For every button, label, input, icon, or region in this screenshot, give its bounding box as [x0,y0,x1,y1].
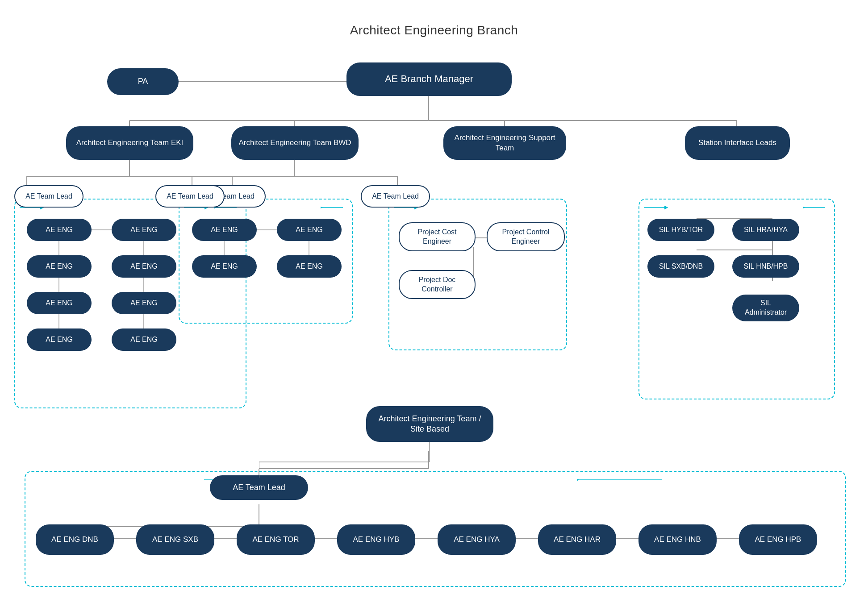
ae-eng-hpb: AE ENG HPB [739,524,817,555]
team-bwd-node: Architect Engineering Team BWD [231,126,359,160]
eki-eng-5: AE ENG [27,292,92,314]
sil-hyb-tor: SIL HYB/TOR [647,219,714,241]
site-based-node: Architect Engineering Team / Site Based [366,406,493,442]
eki-eng-2: AE ENG [112,219,176,241]
bwd-eng-4: AE ENG [277,255,342,278]
ae-eng-tor: AE ENG TOR [237,524,315,555]
branch-manager-node: AE Branch Manager [346,62,512,96]
ae-eng-har: AE ENG HAR [538,524,616,555]
bwd-eng-3: AE ENG [192,255,257,278]
project-control-node: Project Control Engineer [487,222,565,251]
team-eki-node: Architect Engineering Team EKI [66,126,193,160]
eki-eng-3: AE ENG [27,255,92,278]
bwd-eng-2: AE ENG [277,219,342,241]
eki-eng-1: AE ENG [27,219,92,241]
eki-team-lead-1: AE Team Lead [14,185,83,208]
ae-eng-hya: AE ENG HYA [438,524,516,555]
ae-eng-hyb: AE ENG HYB [337,524,415,555]
eki-eng-6: AE ENG [112,292,176,314]
station-interface-node: Station Interface Leads [685,126,790,160]
ae-eng-dnb: AE ENG DNB [36,524,114,555]
page-title: Architect Engineering Branch [0,10,868,37]
ae-eng-hnb: AE ENG HNB [638,524,717,555]
sil-hnb-hpb: SIL HNB/HPB [732,255,799,278]
bwd-eng-1: AE ENG [192,219,257,241]
eki-eng-8: AE ENG [112,328,176,351]
support-team-node: Architect Engineering Support Team [443,126,566,160]
pa-node: PA [107,68,179,95]
eki-eng-7: AE ENG [27,328,92,351]
site-team-lead: AE Team Lead [210,475,308,500]
bwd-team-lead-1: AE Team Lead [155,185,225,208]
bwd-team-lead-2: AE Team Lead [361,185,430,208]
sil-admin: SIL Administrator [732,295,799,321]
sil-hra-hya: SIL HRA/HYA [732,219,799,241]
project-cost-node: Project Cost Engineer [399,222,476,251]
eki-eng-4: AE ENG [112,255,176,278]
project-doc-node: Project Doc Controller [399,270,476,299]
ae-eng-sxb: AE ENG SXB [136,524,214,555]
sil-sxb-dnb: SIL SXB/DNB [647,255,714,278]
